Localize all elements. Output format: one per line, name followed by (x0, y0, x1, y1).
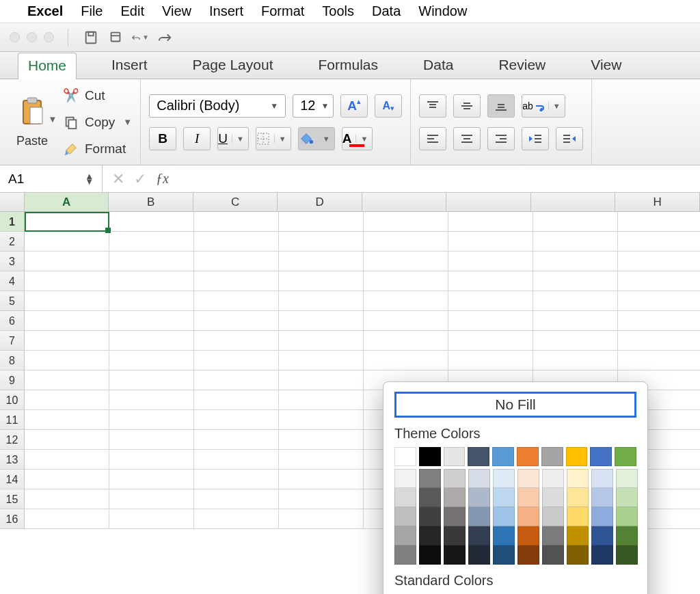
wrap-text-button[interactable]: ab▼ (522, 94, 565, 118)
cell[interactable] (448, 212, 533, 232)
confirm-formula-icon[interactable]: ✓ (134, 170, 146, 188)
row-header[interactable]: 3 (0, 252, 25, 271)
align-center-button[interactable] (453, 127, 481, 150)
color-swatch[interactable] (419, 447, 441, 466)
cell[interactable] (25, 450, 109, 470)
cell[interactable] (279, 390, 364, 410)
color-swatch[interactable] (468, 488, 490, 507)
color-swatch[interactable] (591, 488, 613, 507)
cell[interactable] (25, 470, 109, 489)
cell[interactable] (25, 351, 109, 370)
column-header[interactable] (531, 193, 616, 211)
row-header[interactable]: 2 (0, 232, 25, 252)
color-swatch[interactable] (468, 507, 490, 526)
tab-data[interactable]: Data (413, 52, 463, 79)
column-header[interactable]: D (278, 193, 362, 211)
row-header[interactable]: 14 (0, 470, 25, 489)
cell[interactable] (109, 370, 194, 390)
row-header[interactable]: 15 (0, 489, 25, 509)
cell[interactable] (533, 331, 618, 351)
cell[interactable] (618, 331, 700, 351)
color-swatch[interactable] (567, 488, 589, 507)
align-right-button[interactable] (487, 127, 515, 150)
fx-icon[interactable]: ƒx (156, 171, 169, 187)
cell[interactable] (448, 232, 533, 252)
bold-button[interactable]: B (149, 127, 176, 150)
cell[interactable] (194, 489, 279, 509)
paste-button[interactable]: ▼ Paste (8, 85, 56, 159)
color-swatch[interactable] (542, 469, 564, 488)
font-color-button[interactable]: A▼ (342, 127, 373, 150)
color-swatch[interactable] (542, 507, 564, 526)
row-header[interactable]: 12 (0, 430, 25, 450)
align-top-button[interactable] (419, 94, 446, 118)
row-header[interactable]: 6 (0, 311, 25, 331)
color-swatch[interactable] (394, 447, 416, 466)
cell[interactable] (25, 331, 109, 351)
cell[interactable] (109, 291, 194, 311)
color-swatch[interactable] (591, 507, 613, 526)
cell[interactable] (618, 291, 700, 311)
cell[interactable] (194, 311, 279, 331)
cell[interactable] (109, 271, 194, 291)
cell[interactable] (194, 212, 279, 232)
cell[interactable] (448, 351, 533, 370)
cell[interactable] (364, 252, 448, 271)
cell[interactable] (109, 509, 194, 529)
color-swatch[interactable] (517, 526, 539, 545)
column-header[interactable]: H (615, 193, 700, 211)
cell[interactable] (618, 271, 700, 291)
color-swatch[interactable] (591, 469, 613, 488)
cell[interactable] (618, 212, 700, 232)
column-header[interactable]: B (109, 193, 193, 211)
menu-file[interactable]: File (81, 3, 103, 19)
cell[interactable] (618, 232, 700, 252)
cell[interactable] (448, 311, 533, 331)
color-swatch[interactable] (493, 526, 515, 545)
cell[interactable] (109, 232, 194, 252)
menu-tools[interactable]: Tools (322, 3, 354, 19)
color-swatch[interactable] (567, 507, 589, 526)
color-swatch[interactable] (394, 507, 416, 526)
cell[interactable] (533, 252, 618, 271)
cell[interactable] (279, 311, 364, 331)
row-header[interactable]: 9 (0, 370, 25, 390)
cell[interactable] (194, 291, 279, 311)
column-header[interactable] (446, 193, 531, 211)
fill-color-button[interactable]: ▼ (298, 127, 335, 150)
cell[interactable] (109, 390, 194, 410)
align-left-button[interactable] (419, 127, 446, 150)
row-header[interactable]: 16 (0, 509, 25, 529)
cell[interactable] (194, 509, 279, 529)
menu-view[interactable]: View (162, 3, 191, 19)
color-swatch[interactable] (542, 526, 564, 545)
color-swatch[interactable] (444, 507, 466, 526)
color-swatch[interactable] (493, 469, 515, 488)
save-icon[interactable] (82, 29, 100, 46)
row-header[interactable]: 8 (0, 351, 25, 370)
font-size-combo[interactable]: 12▼ (293, 94, 334, 118)
cell[interactable] (109, 450, 194, 470)
row-header[interactable]: 10 (0, 390, 25, 410)
color-swatch[interactable] (616, 507, 638, 526)
color-swatch[interactable] (616, 526, 638, 545)
color-swatch[interactable] (394, 526, 416, 545)
color-swatch[interactable] (517, 507, 539, 526)
cell[interactable] (25, 489, 109, 509)
cell[interactable] (364, 271, 448, 291)
cell[interactable] (109, 430, 194, 450)
copy-button[interactable]: Copy▼ (63, 111, 132, 133)
align-bottom-button[interactable] (487, 94, 515, 118)
cell[interactable] (448, 331, 533, 351)
undo-icon[interactable]: ▼ (131, 29, 149, 46)
cell[interactable] (279, 410, 364, 430)
cell[interactable] (109, 351, 194, 370)
cell[interactable] (279, 489, 364, 509)
tab-home[interactable]: Home (18, 53, 77, 79)
color-swatch[interactable] (468, 526, 490, 545)
cell[interactable] (279, 331, 364, 351)
color-swatch[interactable] (615, 447, 636, 466)
color-swatch[interactable] (468, 469, 490, 488)
cell[interactable] (25, 430, 109, 450)
color-swatch[interactable] (542, 488, 564, 507)
